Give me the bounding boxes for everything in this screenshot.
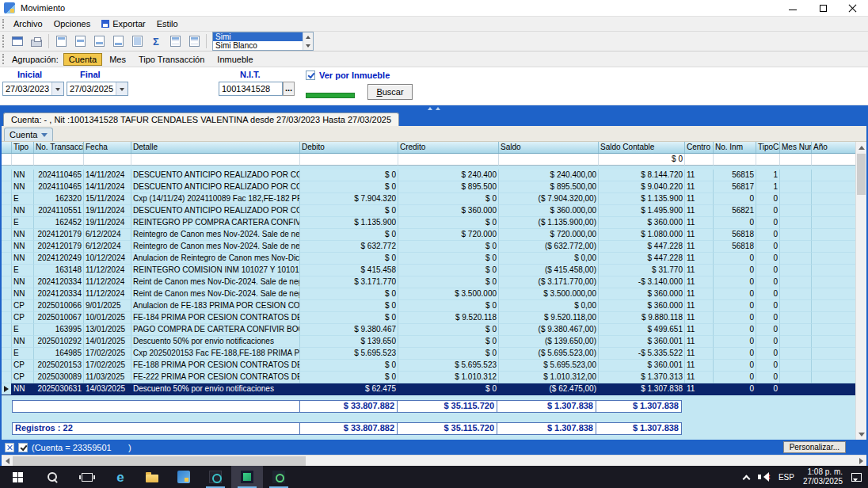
table-columns-button[interactable]	[185, 32, 204, 50]
menu-archivo[interactable]: Archivo	[8, 17, 48, 31]
grid-row[interactable]: E 162452 19/11/2024 REINTEGRO PP COMPRA …	[2, 217, 866, 229]
nit-browse-button[interactable]: ...	[283, 82, 295, 96]
taskbar-app-4[interactable]	[263, 466, 295, 488]
layout-middle-button[interactable]	[89, 32, 108, 50]
nit-input[interactable]: 1001341528	[219, 82, 283, 96]
fecha-final-select[interactable]: 27/03/2025	[67, 82, 128, 96]
grid-row[interactable]: CP 2025010066 9/01/2025 Anulacion de FE-…	[2, 300, 866, 312]
personalizar-button[interactable]: Personalizar...	[783, 441, 846, 453]
grid-row[interactable]: NN 2024120334 11/12/2024 Reint de Canon …	[2, 276, 866, 288]
menu-opciones[interactable]: Opciones	[48, 17, 96, 31]
grid-row[interactable]: E 162320 15/11/2024 Cxp (14/11/24) 20241…	[2, 193, 866, 205]
scroll-right-button[interactable]	[855, 456, 866, 467]
grid-row[interactable]: NN 2025030631 14/03/2025 Descuento 50% p…	[2, 383, 866, 395]
column-header-no-transaccion[interactable]: No. Transaccio	[34, 142, 84, 153]
vertical-scroll-thumb[interactable]	[857, 154, 866, 195]
volume-muted-icon[interactable]	[758, 472, 770, 482]
layout-upper-button[interactable]	[70, 32, 89, 50]
column-header-tipo[interactable]: Tipo	[12, 142, 34, 153]
fecha-final-dropdown-button[interactable]	[116, 82, 128, 95]
status-clear-icon[interactable]	[5, 443, 14, 452]
taskbar-internet-explorer[interactable]: e	[105, 466, 136, 488]
taskbar-search-button[interactable]	[35, 466, 70, 488]
taskbar-app-2[interactable]	[200, 466, 231, 488]
toolbar-grip[interactable]	[2, 19, 5, 29]
grid-row[interactable]: NN 2024110465 14/11/2024 DESCUENTO ANTIC…	[2, 170, 866, 181]
grouping-tab[interactable]: Mes	[104, 53, 131, 66]
style-option-simi[interactable]: Simi	[213, 32, 303, 41]
grid-row[interactable]: CP 2025020153 17/02/2025 FE-188 PRIMA PO…	[2, 360, 866, 372]
grid-row[interactable]: NN 2024120249 10/12/2024 Anulacion de Re…	[2, 253, 866, 265]
column-header-indicator[interactable]	[2, 142, 12, 153]
splitter-bar[interactable]	[2, 105, 866, 112]
horizontal-scrollbar[interactable]	[2, 455, 866, 466]
taskbar-app-1[interactable]	[168, 466, 200, 488]
tray-expand-icon[interactable]	[742, 475, 750, 482]
vertical-scroll-track[interactable]	[856, 196, 866, 429]
grid-row[interactable]: CP 2025010067 10/01/2025 FE-184 PRIMA PO…	[2, 312, 866, 324]
group-tab-cuenta[interactable]: Cuenta	[4, 128, 53, 141]
fecha-inicial-select[interactable]: 27/03/2023	[2, 82, 64, 96]
grid-row[interactable]: CP 2025030089 11/03/2025 FE-222 PRIMA PO…	[2, 372, 866, 383]
grid-row[interactable]: NN 2024120179 6/12/2024 Reintegro de Can…	[2, 241, 866, 253]
layout-full-button[interactable]	[128, 32, 147, 50]
column-header-saldo[interactable]: Saldo	[499, 142, 599, 153]
layout-header-button[interactable]	[51, 32, 70, 50]
scroll-left-button[interactable]	[2, 456, 13, 467]
grid-row[interactable]: NN 2025010292 14/01/2025 Descuento 50% p…	[2, 336, 866, 348]
language-indicator[interactable]: ESP	[779, 473, 794, 482]
taskbar-app-3-active[interactable]	[231, 466, 263, 488]
form-view-button[interactable]	[8, 32, 27, 50]
result-tab[interactable]: Cuenta: - , Nit :1001341528 TAFUR CENDAL…	[3, 112, 399, 126]
column-header-no-inm[interactable]: No. Inm	[714, 142, 756, 153]
grid-row[interactable]: E 163995 13/01/2025 PAGO COMPRA DE CARTE…	[2, 324, 866, 336]
column-header-tipocaus[interactable]: TipoCaus	[756, 142, 780, 153]
style-selector[interactable]: Simi Simi Blanco	[212, 32, 314, 51]
table-view-button[interactable]	[166, 32, 185, 50]
start-button[interactable]	[0, 466, 35, 488]
column-header-detalle[interactable]: Detalle	[131, 142, 300, 153]
grouping-tab[interactable]: Inmueble	[211, 53, 258, 66]
taskbar-file-explorer[interactable]	[136, 466, 168, 488]
scroll-down-button[interactable]	[856, 429, 866, 440]
action-center-icon[interactable]	[851, 473, 862, 482]
style-scroll-up[interactable]	[303, 32, 313, 41]
grid-row[interactable]: NN 2024110465 14/11/2024 DESCUENTO ANTIC…	[2, 181, 866, 193]
task-view-button[interactable]	[70, 466, 105, 488]
horizontal-scroll-thumb[interactable]	[13, 456, 306, 466]
status-checkbox-icon[interactable]	[18, 443, 28, 452]
column-header-debito[interactable]: Debito	[300, 142, 398, 153]
buscar-button[interactable]: Buscar	[367, 84, 413, 100]
column-header-saldo-contable[interactable]: Saldo Contable	[599, 142, 685, 153]
column-header-fecha[interactable]: Fecha	[84, 142, 131, 153]
style-option-simi-blanco[interactable]: Simi Blanco	[213, 41, 303, 50]
clock[interactable]: 1:08 p. m. 27/03/2025	[803, 467, 843, 486]
minimize-button[interactable]	[778, 0, 808, 16]
style-scroll-down[interactable]	[303, 41, 313, 50]
ver-por-inmueble-checkbox[interactable]	[306, 71, 315, 80]
grouping-tab[interactable]: Cuenta	[63, 53, 102, 66]
grid-summary-row[interactable]: $ 0	[2, 154, 866, 166]
toolbar-grip[interactable]	[2, 54, 5, 64]
menu-estilo[interactable]: Estilo	[151, 17, 184, 31]
column-header-ano[interactable]: Año	[812, 142, 855, 153]
sum-button[interactable]: Σ	[147, 32, 166, 50]
close-button[interactable]	[838, 0, 868, 16]
grid-row[interactable]: NN 2024120179 6/12/2024 Reintegro de Can…	[2, 229, 866, 241]
fecha-inicial-dropdown-button[interactable]	[51, 82, 63, 95]
column-header-mes-numero[interactable]: Mes Numerc	[780, 142, 812, 153]
grid-row[interactable]: E 164985 17/02/2025 Cxp 2025020153 Fac F…	[2, 348, 866, 360]
print-button[interactable]	[27, 32, 46, 50]
vertical-scrollbar[interactable]	[855, 142, 866, 440]
grid-row[interactable]: NN 2024120334 11/12/2024 Reint de Canon …	[2, 288, 866, 300]
maximize-button[interactable]	[808, 0, 838, 16]
grid-row[interactable]: E 163148 11/12/2024 REINTEGRO COMISION I…	[2, 265, 866, 276]
grouping-tab[interactable]: Tipo Transacción	[133, 53, 210, 66]
grid-row[interactable]: NN 2024110551 19/11/2024 DESCUENTO ANTIC…	[2, 205, 866, 217]
layout-footer-button[interactable]	[108, 32, 128, 50]
scroll-up-button[interactable]	[856, 142, 866, 153]
column-header-credito[interactable]: Credito	[398, 142, 499, 153]
column-header-centro-c[interactable]: Centro C.	[685, 142, 714, 153]
toolbar-grip[interactable]	[2, 35, 5, 48]
menu-exportar[interactable]: Exportar	[96, 17, 151, 31]
